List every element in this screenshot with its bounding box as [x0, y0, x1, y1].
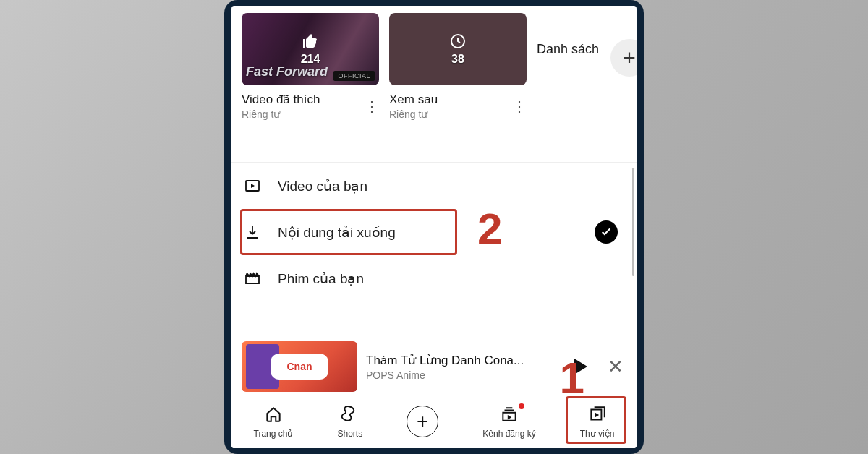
- clock-icon: [449, 33, 467, 50]
- download-complete-icon: [595, 220, 618, 244]
- plus-icon: +: [623, 46, 636, 70]
- subscriptions-new-dot-icon: [519, 403, 524, 409]
- miniplayer-channel: POPS Anime: [366, 369, 524, 381]
- playlist-liked[interactable]: 214 Fast Forward OFFICIAL Video đã thích…: [242, 13, 379, 120]
- miniplayer-thumb[interactable]: Cnan: [242, 341, 357, 392]
- library-icon: [588, 405, 607, 426]
- row-downloads[interactable]: Nội dung tải xuống 2: [231, 209, 637, 255]
- nav-shorts-label: Shorts: [338, 429, 363, 439]
- playlist-partial-title[interactable]: Danh sách: [537, 42, 599, 57]
- playlist-later-thumb[interactable]: 38: [389, 13, 527, 85]
- playlist-liked-title: Video đã thích: [242, 93, 320, 107]
- scrollbar[interactable]: [632, 168, 634, 276]
- playlist-later-more-icon[interactable]: ⋮: [509, 103, 527, 110]
- nav-library[interactable]: Thư viện: [580, 405, 615, 439]
- playlists-row: 214 Fast Forward OFFICIAL Video đã thích…: [231, 6, 637, 120]
- playlist-later-count: 38: [451, 53, 464, 66]
- play-square-icon: [243, 176, 262, 195]
- download-icon: [243, 223, 262, 241]
- nav-subs-label: Kênh đăng ký: [482, 429, 535, 439]
- phone-frame: 214 Fast Forward OFFICIAL Video đã thích…: [224, 0, 644, 454]
- home-icon: [264, 405, 283, 426]
- playlist-liked-thumb[interactable]: 214 Fast Forward OFFICIAL: [242, 13, 379, 85]
- row-downloads-label: Nội dung tải xuống: [278, 224, 396, 241]
- nav-shorts[interactable]: Shorts: [338, 405, 363, 439]
- clapperboard-icon: [243, 269, 262, 288]
- thumbs-up-icon: [302, 33, 319, 50]
- row-your-videos[interactable]: Video của bạn: [231, 163, 637, 209]
- miniplayer-title: Thám Tử Lừng Danh Cona...: [366, 353, 524, 368]
- row-your-movies-label: Phim của bạn: [278, 270, 364, 287]
- nav-library-label: Thư viện: [580, 429, 615, 439]
- subscriptions-icon: [500, 405, 519, 426]
- nav-home[interactable]: Trang chủ: [254, 405, 294, 439]
- playlist-liked-privacy: Riêng tư: [242, 108, 320, 120]
- playlist-liked-more-icon[interactable]: ⋮: [362, 103, 379, 110]
- row-your-videos-label: Video của bạn: [278, 178, 367, 194]
- row-your-movies[interactable]: Phim của bạn: [231, 255, 637, 301]
- yg-official-tag: OFFICIAL: [333, 71, 375, 81]
- playlist-later-title: Xem sau: [389, 93, 438, 107]
- playlist-liked-overlay: Fast Forward: [246, 64, 328, 80]
- annotation-step1-number: 1: [560, 352, 584, 403]
- miniplayer[interactable]: Cnan Thám Tử Lừng Danh Cona... POPS Anim…: [242, 341, 626, 392]
- nav-home-label: Trang chủ: [254, 429, 294, 439]
- playlist-watch-later[interactable]: 38 Xem sau Riêng tư ⋮: [389, 13, 527, 120]
- annotation-step2-number: 2: [477, 203, 502, 254]
- playlist-liked-count: 214: [301, 53, 320, 66]
- playlist-later-privacy: Riêng tư: [389, 108, 438, 120]
- miniplayer-thumb-logo: Cnan: [271, 354, 328, 380]
- app-screen: 214 Fast Forward OFFICIAL Video đã thích…: [231, 6, 637, 448]
- nav-subscriptions[interactable]: Kênh đăng ký: [482, 405, 535, 439]
- miniplayer-close-icon[interactable]: ✕: [608, 356, 624, 378]
- shorts-icon: [341, 405, 359, 426]
- nav-create[interactable]: +: [407, 407, 438, 437]
- plus-circle-icon: +: [407, 406, 438, 437]
- library-rows: Video của bạn Nội dung tải xuống 2: [231, 162, 637, 301]
